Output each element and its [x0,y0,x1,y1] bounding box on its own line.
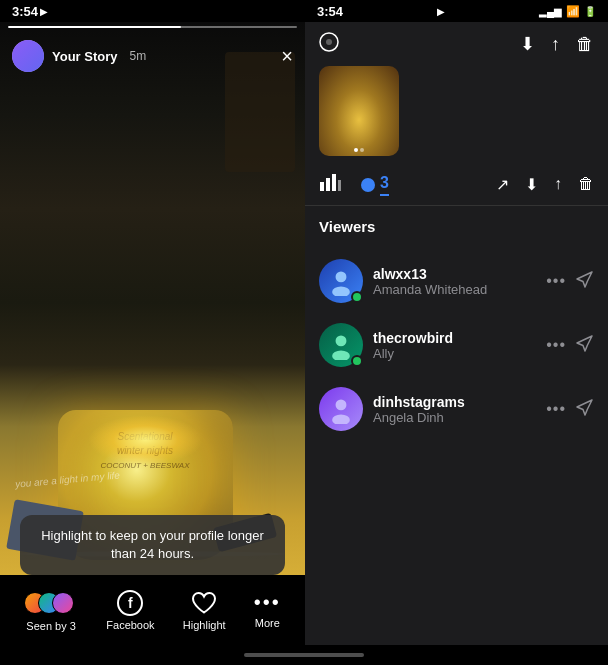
viewers-container: Viewers alwxx13 [305,206,608,645]
seen-by-item[interactable]: Seen by 3 [24,589,78,632]
story-avatar[interactable] [12,40,44,72]
more-label: More [255,617,280,629]
status-icons: ▂▄▆ 📶 🔋 [539,5,596,18]
arrow-icon-left: ▶ [40,6,48,17]
viewer-avatar-3 [319,387,363,431]
highlight-heart-icon [191,590,217,616]
story-panel: Scentationalwinter nightsCOCONUT + BEESW… [0,22,305,645]
story-thumbnail[interactable] [319,66,399,156]
story-user-info: Your Story 5m [12,40,146,72]
download-small-icon[interactable]: ⬇ [525,175,538,194]
download-icon[interactable]: ⬇ [520,33,535,55]
right-header-icons: ⬇ ↑ 🗑 [520,33,594,55]
tooltip-text: Highlight to keep on your profile longer… [41,528,264,561]
stats-right-icons: ↗ ⬇ ↑ 🗑 [496,175,594,194]
svg-point-6 [336,271,347,282]
status-time-right: 3:54 [317,4,343,19]
svg-point-1 [326,39,332,45]
stats-bar: 3 ↗ ⬇ ↑ 🗑 [305,164,608,206]
thumb-dot-2 [360,148,364,152]
svg-rect-2 [320,182,324,191]
online-indicator-1 [351,291,363,303]
facebook-icon: f [117,590,143,616]
viewer-item: thecrowbird Ally ••• [305,313,608,377]
status-time-left: 3:54 [12,4,38,19]
story-time: 5m [130,49,147,63]
viewer-more-icon-2[interactable]: ••• [546,336,566,354]
story-close-button[interactable]: × [281,45,293,68]
highlight-label: Highlight [183,619,226,631]
home-indicator [0,645,608,665]
svg-rect-4 [332,174,336,191]
share-icon[interactable]: ↑ [551,34,560,55]
viewer-actions-2: ••• [546,334,594,356]
story-header: Your Story 5m × [0,22,305,80]
svg-point-7 [332,286,350,296]
trash-icon[interactable]: 🗑 [576,34,594,55]
main-content: Scentationalwinter nightsCOCONUT + BEESW… [0,22,608,645]
svg-rect-3 [326,178,330,191]
highlight-item[interactable]: Highlight [183,590,226,631]
chart-icon[interactable] [319,172,341,197]
svg-rect-5 [338,180,341,191]
home-bar [244,653,364,657]
status-bar: 3:54 ▶ 3:54 ▶ ▂▄▆ 📶 🔋 [0,0,608,22]
story-bottom-bar: Seen by 3 f Facebook Highlight ••• More [0,575,305,645]
viewer-more-icon-3[interactable]: ••• [546,400,566,418]
viewer-avatar-2 [319,323,363,367]
candle-glow [88,415,203,465]
svg-point-11 [332,414,350,424]
viewer-username-2: thecrowbird [373,330,536,346]
thumb-dot-1 [354,148,358,152]
right-header: ⬇ ↑ 🗑 [305,22,608,66]
share-small-icon[interactable]: ↑ [554,175,562,194]
viewers-section: Viewers [305,206,608,249]
viewer-info-3: dinhstagrams Angela Dinh [373,394,536,425]
seen-avatars [24,589,78,617]
viewer-item: dinhstagrams Angela Dinh ••• [305,377,608,441]
story-thumbnail-area [305,66,608,164]
signal-icon: ▂▄▆ [539,6,562,17]
right-panel: ⬇ ↑ 🗑 [305,22,608,645]
viewer-count: 3 [380,174,389,196]
viewer-info-2: thecrowbird Ally [373,330,536,361]
activity-icon[interactable] [319,32,339,56]
viewer-item: alwxx13 Amanda Whitehead ••• [305,249,608,313]
viewer-actions-1: ••• [546,270,594,292]
viewer-count-badge[interactable]: 3 [361,174,389,196]
viewer-send-icon-2[interactable] [576,334,594,356]
more-dots-icon: ••• [254,591,281,614]
facebook-share-item[interactable]: f Facebook [106,590,154,631]
status-bar-right: 3:54 ▶ ▂▄▆ 📶 🔋 [305,0,608,22]
facebook-label: Facebook [106,619,154,631]
thumbnail-image [319,66,399,156]
viewer-more-icon-1[interactable]: ••• [546,272,566,290]
viewer-display-name-3: Angela Dinh [373,410,536,425]
more-item[interactable]: ••• More [254,591,281,629]
arrow-icon-right: ▶ [437,6,445,17]
seen-by-label: Seen by 3 [26,620,76,632]
seen-avatar-3 [52,592,74,614]
battery-icon: 🔋 [584,6,596,17]
viewer-username-3: dinhstagrams [373,394,536,410]
viewer-avatar-1 [319,259,363,303]
blue-dot-icon [361,178,375,192]
viewer-send-icon-3[interactable] [576,398,594,420]
delete-small-icon[interactable]: 🗑 [578,175,594,194]
viewer-username-1: alwxx13 [373,266,536,282]
avatar-image [12,40,44,72]
viewer-display-name-2: Ally [373,346,536,361]
trending-icon[interactable]: ↗ [496,175,509,194]
online-indicator-2 [351,355,363,367]
thumbnail-indicator [354,148,364,152]
viewer-display-name-1: Amanda Whitehead [373,282,536,297]
story-tooltip: Highlight to keep on your profile longer… [20,515,285,575]
viewer-list: alwxx13 Amanda Whitehead ••• [305,249,608,645]
viewers-title: Viewers [319,218,594,235]
svg-point-8 [336,335,347,346]
viewer-send-icon-1[interactable] [576,270,594,292]
viewer-info-1: alwxx13 Amanda Whitehead [373,266,536,297]
svg-point-9 [332,350,350,360]
wifi-icon: 📶 [566,5,580,18]
avatar-img-3 [319,387,363,431]
